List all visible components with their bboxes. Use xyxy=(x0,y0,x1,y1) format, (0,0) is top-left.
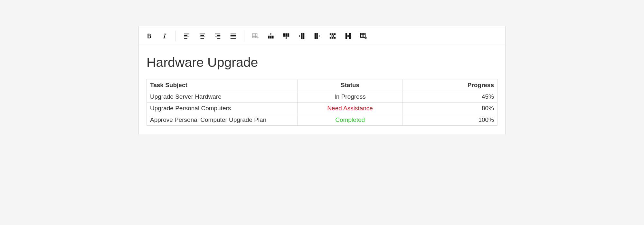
cell-subject[interactable]: Approve Personal Computer Upgrade Plan xyxy=(147,114,298,126)
document-title[interactable]: Hardware Upgrade xyxy=(147,55,497,70)
align-center-icon xyxy=(199,32,206,40)
header-subject[interactable]: Task Subject xyxy=(147,79,298,91)
align-right-button[interactable] xyxy=(210,28,225,44)
align-left-button[interactable] xyxy=(179,28,194,44)
cell-progress[interactable]: 80% xyxy=(402,103,497,114)
svg-rect-57 xyxy=(349,33,351,39)
align-justify-button[interactable] xyxy=(225,28,241,44)
cell-status[interactable]: Need Assistance xyxy=(298,103,403,114)
toolbar-separator xyxy=(175,31,176,41)
cell-status[interactable]: In Progress xyxy=(298,91,403,103)
table-row: Upgrade Server HardwareIn Progress45% xyxy=(147,91,497,103)
svg-rect-48 xyxy=(330,33,336,35)
insert-table-button xyxy=(248,28,263,44)
cell-subject[interactable]: Upgrade Server Hardware xyxy=(147,91,298,103)
editor-content[interactable]: Hardware Upgrade Task Subject Status Pro… xyxy=(139,46,505,134)
italic-icon xyxy=(161,32,168,40)
insert-row-below-icon xyxy=(283,32,290,40)
cell-progress[interactable]: 45% xyxy=(402,91,497,103)
insert-column-left-button[interactable] xyxy=(294,28,309,44)
insert-column-left-icon xyxy=(298,32,305,40)
editor-toolbar xyxy=(139,26,505,46)
cell-subject[interactable]: Upgrade Personal Computers xyxy=(147,103,298,114)
svg-rect-49 xyxy=(330,37,336,39)
cell-status[interactable]: Completed xyxy=(298,114,403,126)
delete-table-icon xyxy=(360,32,367,40)
table-row: Upgrade Personal ComputersNeed Assistanc… xyxy=(147,103,497,114)
toolbar-separator xyxy=(244,31,244,41)
svg-rect-56 xyxy=(346,33,347,39)
insert-row-below-button[interactable] xyxy=(279,28,294,44)
insert-table-icon xyxy=(252,32,259,40)
align-right-icon xyxy=(214,32,221,40)
align-left-icon xyxy=(183,32,190,40)
insert-row-above-icon xyxy=(267,32,274,40)
svg-rect-64 xyxy=(361,33,365,37)
delete-row-button[interactable] xyxy=(325,28,340,44)
bold-button[interactable] xyxy=(141,28,157,44)
insert-column-right-button[interactable] xyxy=(309,28,325,44)
bold-icon xyxy=(146,32,153,40)
delete-column-button[interactable] xyxy=(340,28,356,44)
cell-progress[interactable]: 100% xyxy=(402,114,497,126)
table-row: Approve Personal Computer Upgrade PlanCo… xyxy=(147,114,497,126)
header-progress[interactable]: Progress xyxy=(402,79,497,91)
align-center-button[interactable] xyxy=(194,28,210,44)
delete-table-button[interactable] xyxy=(356,28,371,44)
rich-text-editor: Hardware Upgrade Task Subject Status Pro… xyxy=(138,26,506,134)
task-table[interactable]: Task Subject Status Progress Upgrade Ser… xyxy=(147,79,497,126)
italic-button[interactable] xyxy=(157,28,172,44)
delete-column-icon xyxy=(345,32,352,40)
table-header-row: Task Subject Status Progress xyxy=(147,79,497,91)
insert-row-above-button[interactable] xyxy=(263,28,279,44)
svg-rect-16 xyxy=(252,33,257,38)
header-status[interactable]: Status xyxy=(298,79,403,91)
delete-row-icon xyxy=(329,32,336,40)
align-justify-icon xyxy=(230,32,237,40)
insert-column-right-icon xyxy=(314,32,321,40)
